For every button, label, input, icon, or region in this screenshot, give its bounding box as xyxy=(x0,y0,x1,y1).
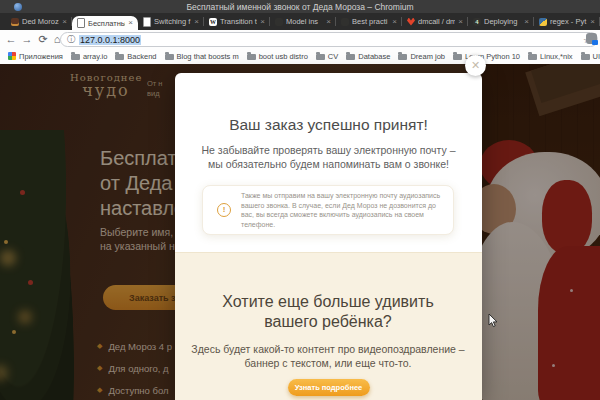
audio-notice-card: ! Также мы отправим на вашу электронную … xyxy=(202,185,454,235)
tab-close-icon[interactable]: × xyxy=(524,18,529,26)
reload-icon[interactable]: ⟳ xyxy=(36,30,50,48)
tab-label: Best practi xyxy=(352,17,389,26)
bookmark-folder-backend[interactable]: Backend xyxy=(115,52,156,61)
dark4-favicon-icon: 4 xyxy=(473,18,481,26)
bookmarks-bar: Приложенияarray.ioBackendBlog that boost… xyxy=(0,48,600,65)
tab-dmcall-dm[interactable]: dmcall / dm× xyxy=(402,13,468,30)
title-bar: Бесплатный именной звонок от Деда Мороза… xyxy=(0,0,600,13)
tab-close-icon[interactable]: × xyxy=(62,18,67,26)
tab-label: Transition t xyxy=(220,17,257,26)
tab-label: Deploying xyxy=(484,17,521,26)
tab-deploying[interactable]: 4Deploying× xyxy=(468,13,534,30)
bookmark-label: UI xyxy=(593,52,600,61)
tab-label: Switching f xyxy=(154,17,191,26)
bookmark-folder-database[interactable]: Database xyxy=(346,52,390,61)
bookmark-folder-cv[interactable]: CV xyxy=(316,52,338,61)
bookmark-label: Database xyxy=(358,52,390,61)
tab-best-practi[interactable]: Best practi× xyxy=(336,13,402,30)
folder-icon xyxy=(453,54,462,60)
bookmark-apps[interactable]: Приложения xyxy=(8,52,63,61)
order-success-modal: Ваш заказ успешно принят! Не забывайте п… xyxy=(175,73,482,400)
apps-grid-icon xyxy=(8,52,16,60)
audio-notice-text: Также мы отправим на вашу электронную по… xyxy=(241,191,449,229)
bookmark-label: Приложения xyxy=(19,52,63,61)
folder-icon xyxy=(528,54,537,60)
folder-icon xyxy=(247,54,256,60)
tab-close-icon[interactable]: × xyxy=(128,19,133,27)
bookmark-folder-linux-nix[interactable]: Linux,*nix xyxy=(528,52,573,61)
tab-label: Бесплатны xyxy=(88,19,125,28)
bookmark-label: boot usb distro xyxy=(259,52,308,61)
folder-icon xyxy=(115,54,124,60)
tab-model-ins[interactable]: Model ins× xyxy=(270,13,336,30)
bookmark-label: Linux,*nix xyxy=(540,52,573,61)
tab-label: Ded Moroz xyxy=(22,17,59,26)
bookmark-label: Blog that boosts m xyxy=(177,52,239,61)
w-favicon-icon: W xyxy=(209,18,217,26)
folder-icon xyxy=(581,54,590,60)
window-title: Бесплатный именной звонок от Деда Мороза… xyxy=(186,2,413,12)
bookmark-folder-array-io[interactable]: array.io xyxy=(71,52,107,61)
forward-icon[interactable]: → xyxy=(20,30,34,48)
folder-icon xyxy=(398,54,407,60)
tab-label: regex - Pyt xyxy=(550,17,587,26)
bookmark-label: Dream job xyxy=(410,52,445,61)
bookmark-label: Backend xyxy=(127,52,156,61)
dark-favicon-icon xyxy=(275,18,283,26)
browser-window: Бесплатный именной звонок от Деда Мороза… xyxy=(0,0,600,400)
tab-label: Model ins xyxy=(286,17,323,26)
back-icon[interactable]: ← xyxy=(4,30,18,48)
folder-icon xyxy=(316,54,325,60)
modal-title: Ваш заказ успешно принят! xyxy=(175,116,482,134)
tab-close-icon[interactable]: × xyxy=(260,18,265,26)
tab-close-icon[interactable]: × xyxy=(590,18,595,26)
promo-text: Здесь будет какой-то контент про видеопо… xyxy=(188,343,468,370)
page-favicon-icon xyxy=(77,18,85,28)
page-info-icon[interactable]: ⓘ xyxy=(67,34,75,45)
chromium-icon xyxy=(14,3,22,11)
python-favicon-icon xyxy=(539,18,547,26)
tab-strip: Ded Moroz×Бесплатны×Switching f×WTransit… xyxy=(0,13,600,30)
bookmark-folder-ui[interactable]: UI xyxy=(581,52,600,61)
modal-close-button[interactable]: ✕ xyxy=(465,55,486,76)
page-favicon-icon xyxy=(143,17,151,27)
tab-close-icon[interactable]: × xyxy=(392,18,397,26)
tab-close-icon[interactable]: × xyxy=(194,18,199,26)
tab-switching-f[interactable]: Switching f× xyxy=(138,13,204,30)
gitlab-favicon-icon xyxy=(407,18,415,26)
modal-subtitle: Не забывайте проверять вашу электронную … xyxy=(193,144,464,171)
warning-circle-icon: ! xyxy=(217,203,231,217)
dark-favicon-icon xyxy=(341,18,349,26)
profile-icon[interactable] xyxy=(586,33,597,44)
browser-toolbar: ← → ⟳ ⌂ ⓘ 127.0.0.1:8000 ☆ xyxy=(0,30,600,48)
tab-label: dmcall / dm xyxy=(418,17,455,26)
folder-icon xyxy=(71,54,80,60)
dedmoroz-favicon-icon xyxy=(11,18,19,26)
tab-бесплатны[interactable]: Бесплатны× xyxy=(72,16,138,30)
url-text[interactable]: 127.0.0.1:8000 xyxy=(79,35,141,45)
folder-icon xyxy=(165,54,174,60)
bookmark-label: CV xyxy=(328,52,338,61)
promo-section: Хотите еще больше удивить вашего ребёнка… xyxy=(175,252,482,400)
mouse-cursor xyxy=(488,313,499,328)
learn-more-button[interactable]: Узнать подробнее xyxy=(288,379,370,396)
tab-regex-pyt[interactable]: regex - Pyt× xyxy=(534,13,600,30)
bookmark-label: array.io xyxy=(83,52,107,61)
address-bar[interactable]: ⓘ 127.0.0.1:8000 ☆ xyxy=(60,32,598,47)
tab-close-icon[interactable]: × xyxy=(458,18,463,26)
close-icon: ✕ xyxy=(471,59,480,72)
bookmark-folder-boot-usb-distro[interactable]: boot usb distro xyxy=(247,52,308,61)
bookmark-folder-blog-that-boosts-m[interactable]: Blog that boosts m xyxy=(165,52,239,61)
tab-close-icon[interactable]: × xyxy=(326,18,331,26)
folder-icon xyxy=(346,54,355,60)
bookmark-folder-learn-python-10[interactable]: Learn Python 10 xyxy=(453,52,520,61)
tab-ded-moroz[interactable]: Ded Moroz× xyxy=(6,13,72,30)
tab-transition-t[interactable]: WTransition t× xyxy=(204,13,270,30)
promo-heading: Хотите еще больше удивить вашего ребёнка… xyxy=(203,292,453,332)
bookmark-folder-dream-job[interactable]: Dream job xyxy=(398,52,445,61)
